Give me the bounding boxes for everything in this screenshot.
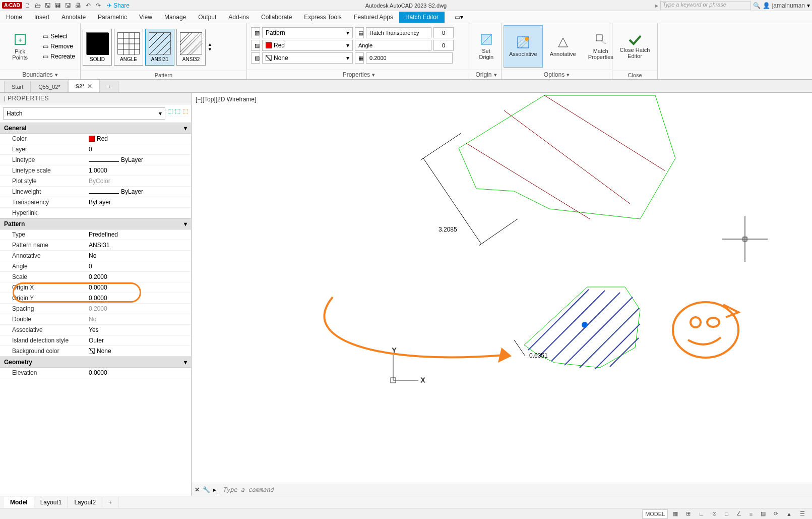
associative-button[interactable]: Associative — [504, 25, 543, 68]
prop-row-annotative[interactable]: AnnotativeNo — [0, 251, 191, 261]
prop-row-transparency[interactable]: TransparencyByLayer — [0, 197, 191, 208]
prop-row-spacing[interactable]: Spacing0.2000 — [0, 304, 191, 314]
prop-row-type[interactable]: TypePredefined — [0, 229, 191, 240]
pattern-swatch-angle[interactable]: ANGLE — [114, 29, 143, 66]
doc-tab-start[interactable]: Start — [4, 81, 31, 92]
pattern-swatch-solid[interactable]: SOLID — [83, 29, 112, 66]
close-tab-icon[interactable]: ✕ — [87, 83, 92, 90]
select-button[interactable]: ▭Select — [40, 32, 78, 41]
layout-tab-model[interactable]: Model — [4, 497, 34, 508]
prop-row-background-color[interactable]: Background colorNone — [0, 346, 191, 357]
transp-icon[interactable]: ▤ — [355, 27, 364, 38]
pick-points-button[interactable]: + Pick Points — [2, 25, 38, 68]
undo-icon[interactable]: ↶ — [84, 1, 93, 10]
prop-row-color[interactable]: ColorRed — [0, 134, 191, 144]
remove-button[interactable]: ▭Remove — [40, 42, 78, 51]
menu-tab-home[interactable]: Home — [0, 12, 28, 23]
redo-icon[interactable]: ↷ — [94, 1, 103, 10]
prop-row-plot-style[interactable]: Plot styleByColor — [0, 176, 191, 187]
prop-row-pattern-name[interactable]: Pattern nameANSI31 — [0, 240, 191, 251]
layout-tab-layout2[interactable]: Layout2 — [68, 497, 102, 508]
save-icon[interactable]: 🖫 — [43, 1, 52, 10]
pattern-type-dropdown[interactable]: Pattern▾ — [262, 27, 353, 38]
annomonitor-icon[interactable]: ▲ — [783, 509, 795, 518]
menu-tab-collaborate[interactable]: Collaborate — [255, 12, 298, 23]
user-name[interactable]: jamalnuman — [772, 2, 805, 9]
prop-row-linetype-scale[interactable]: Linetype scale1.0000 — [0, 165, 191, 176]
grip-point[interactable] — [582, 322, 588, 328]
close-hatch-editor-button[interactable]: Close Hatch Editor — [614, 25, 655, 69]
command-line[interactable]: ✕ 🔧 ▸_ — [192, 483, 812, 496]
panel-title-properties[interactable]: Properties ▾ — [247, 70, 471, 79]
wrench-icon[interactable]: 🔧 — [203, 486, 210, 493]
ribbon-state-icon[interactable]: ▭▾ — [455, 14, 463, 21]
add-layout-button[interactable]: + — [102, 497, 118, 508]
menu-tab-annotate[interactable]: Annotate — [55, 12, 92, 23]
drawing-canvas[interactable]: [−][Top][2D Wireframe] 3.2085 — [192, 93, 812, 496]
ortho-icon[interactable]: ∟ — [696, 509, 707, 518]
set-origin-button[interactable]: Set Origin — [473, 25, 499, 68]
close-cmd-icon[interactable]: ✕ — [195, 486, 200, 493]
annotative-button[interactable]: Annotative — [545, 25, 581, 68]
menu-tab-output[interactable]: Output — [192, 12, 222, 23]
open-icon[interactable]: 🗁 — [33, 1, 42, 10]
otrack-icon[interactable]: ∠ — [733, 509, 744, 518]
angle-value[interactable] — [433, 40, 454, 51]
menu-tab-manage[interactable]: Manage — [158, 12, 192, 23]
prop-row-associative[interactable]: AssociativeYes — [0, 325, 191, 335]
prop-row-double[interactable]: DoubleNo — [0, 314, 191, 325]
lineweight-icon[interactable]: ≡ — [746, 509, 756, 518]
prop-row-elevation[interactable]: Elevation0.0000 — [0, 368, 191, 378]
toggle-pickadd-icon[interactable]: ⬚ — [167, 107, 173, 120]
scale-value[interactable] — [366, 52, 453, 64]
panel-title-origin[interactable]: Origin ▾ — [471, 70, 501, 79]
prop-row-lineweight[interactable]: LineweightByLayer — [0, 187, 191, 197]
menu-tab-add-ins[interactable]: Add-ins — [222, 12, 255, 23]
customize-icon[interactable]: ☰ — [797, 509, 808, 518]
recreate-button[interactable]: ▭Recreate — [40, 52, 78, 61]
prop-row-linetype[interactable]: LinetypeByLayer — [0, 155, 191, 165]
prop-group-geometry[interactable]: Geometry▾ — [0, 357, 191, 368]
command-input[interactable] — [223, 486, 809, 493]
model-space-button[interactable]: MODEL — [642, 509, 668, 518]
user-icon[interactable]: 👤 — [763, 2, 770, 9]
pattern-swatch-ansi31[interactable]: ANSI31 — [145, 29, 174, 66]
prop-group-pattern[interactable]: Pattern▾ — [0, 218, 191, 229]
menu-tab-express-tools[interactable]: Express Tools — [298, 12, 347, 23]
bgcolor-icon[interactable]: ▨ — [251, 52, 260, 64]
layout-tab-layout1[interactable]: Layout1 — [34, 497, 69, 508]
pattern-scroll[interactable]: ▲▼ — [208, 42, 212, 52]
menu-tab-parametric[interactable]: Parametric — [92, 12, 133, 23]
quick-select-icon[interactable]: ⬚ — [182, 107, 188, 120]
snap-icon[interactable]: ⊞ — [683, 509, 694, 518]
panel-title-boundaries[interactable]: Boundaries ▾ — [0, 70, 80, 79]
prop-row-scale[interactable]: Scale0.2000 — [0, 272, 191, 282]
panel-title-options[interactable]: Options ▾ — [502, 70, 612, 79]
prop-group-general[interactable]: General▾ — [0, 123, 191, 134]
grid-icon[interactable]: ▦ — [670, 509, 681, 518]
transparency-icon[interactable]: ▨ — [758, 509, 769, 518]
search-icon[interactable]: 🔍 — [753, 2, 761, 9]
user-dropdown-icon[interactable]: ▾ — [807, 2, 810, 9]
prop-row-angle[interactable]: Angle0 — [0, 261, 191, 272]
share-button[interactable]: ✈ Share — [107, 2, 130, 9]
menu-tab-view[interactable]: View — [133, 12, 158, 23]
plot-icon[interactable]: 🖶 — [74, 1, 83, 10]
new-tab-button[interactable]: + — [100, 81, 118, 92]
doc-tab-q5502[interactable]: Q55_02* — [31, 81, 68, 92]
new-icon[interactable]: 🗋 — [23, 1, 32, 10]
transparency-value[interactable] — [433, 27, 454, 38]
menu-tab-insert[interactable]: Insert — [28, 12, 55, 23]
cycling-icon[interactable]: ⟳ — [771, 509, 781, 518]
menu-tab-featured-apps[interactable]: Featured Apps — [348, 12, 399, 23]
select-objects-icon[interactable]: ⬚ — [175, 107, 180, 120]
prop-row-layer[interactable]: Layer0 — [0, 144, 191, 155]
bgcolor-dropdown[interactable]: None▾ — [262, 52, 353, 64]
menu-tab-hatch-editor[interactable]: Hatch Editor — [399, 12, 445, 23]
scale-icon[interactable]: ▦ — [355, 52, 364, 64]
osnap-icon[interactable]: □ — [722, 509, 731, 518]
hatch-color-dropdown[interactable]: Red▾ — [262, 40, 353, 51]
pattern-swatch-ansi32[interactable]: ANSI32 — [176, 29, 206, 66]
object-type-selector[interactable]: Hatch▾ — [3, 107, 165, 120]
saveweb-icon[interactable]: 🖫 — [64, 1, 73, 10]
